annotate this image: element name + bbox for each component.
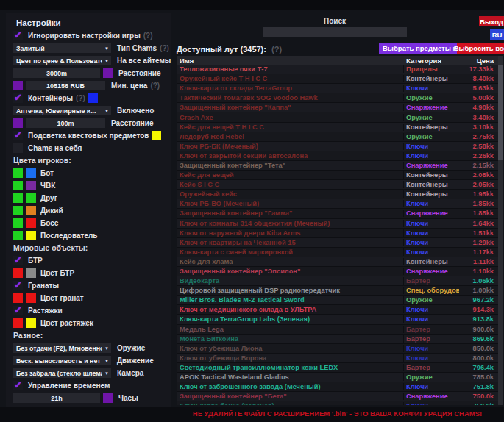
language-button[interactable]: RU [490,29,504,40]
dropdown[interactable]: Без отдачи (F2), Мгновенное п▼ [13,343,111,353]
item-name: Тепловизионные очки Т-7 [177,65,403,73]
table-row[interactable]: ВидеокартаБартер1.06kk [177,276,498,286]
table-row[interactable]: Монета БиткоинаБартер869.6k [177,335,498,344]
checkbox[interactable]: ✔ [13,381,23,390]
table-row[interactable]: Кейс S I C CКонтейнеры2.05kk [177,180,498,190]
color-swatch[interactable] [13,318,23,328]
checkbox[interactable]: ✔ [13,281,23,290]
color-swatch[interactable] [13,193,23,203]
checkbox[interactable]: ✔ [13,306,23,315]
table-row[interactable]: Светодиодный трансиллюминатор кожи LEDXБ… [177,363,498,373]
text-input[interactable]: 100m [26,118,105,128]
item-price: 1.51kk [459,229,498,237]
table-row[interactable]: Ключ от заброшенного завода (Меченый)Клю… [177,382,498,392]
color-swatch[interactable] [13,206,23,215]
table-row[interactable]: Miller Bros. Blades M-2 Tactical SwordОр… [177,296,498,305]
color-swatch[interactable] [26,168,36,178]
column-header-name[interactable]: Имя [177,57,406,65]
color-swatch[interactable] [13,231,23,240]
table-row[interactable]: Ключ от комнаты 314 общежития (Меченый)К… [177,219,498,229]
item-name: Кейс S I C C [177,181,403,188]
table-scrollbar-thumb[interactable] [498,65,503,160]
table-row[interactable]: Ключ-карта TerraGroup Labs (Зеленая)Ключ… [177,315,498,324]
color-swatch[interactable] [103,393,113,403]
checkbox[interactable]: ✔ [13,31,23,40]
dropdown[interactable]: Беск. выносливость и нет уста▼ [13,356,111,365]
color-swatch[interactable] [26,218,36,228]
column-header-price[interactable]: Цена [459,57,498,65]
item-name: Кейс для вещей T H I C C [177,124,403,131]
table-row[interactable]: Оружейный кейс T H I C CКонтейнеры8.40kk [177,74,498,84]
table-row[interactable]: Медаль LegaБартер900.0k [177,325,498,335]
checkbox[interactable] [13,143,23,153]
table-row[interactable]: Ключ-карта с синей маркировкойКлючи1.17k… [177,248,498,257]
color-swatch[interactable] [13,268,23,278]
text-input[interactable]: 3000m [13,68,100,78]
dropdown[interactable]: Цвет по цене & Пользователь▼ [13,56,111,65]
table-row[interactable]: Ледоруб Red RebelОружие2.75kk [177,132,498,142]
item-category: Ключи [403,239,459,246]
table-row[interactable]: Ключ от убежища ЛионаКлючи850.0k [177,344,498,354]
table-row[interactable]: Кейс для вещейКонтейнеры2.08kk [177,171,498,180]
dropdown[interactable]: Залитый▼ [13,43,111,53]
table-row[interactable]: Тепловизионные очки Т-7Прицелы17.33kk [177,65,498,74]
item-name: Светодиодный трансиллюминатор кожи LEDX [177,364,403,371]
table-row[interactable]: Ключ-карта банка (Зеленая)Ключи750.0k [177,401,498,405]
text-input[interactable]: 21h [13,393,100,403]
column-header-category[interactable]: Категория [406,57,459,65]
color-swatch[interactable] [13,218,23,228]
item-category: Ключи [403,248,459,256]
table-row[interactable]: Тактический томагавк SOG Voodoo HawkОруж… [177,93,498,103]
table-row[interactable]: Ключ от наружной двери Kiba ArmsКлючи1.5… [177,229,498,238]
table-row[interactable]: Ключ от закрытой секции автосалонаКлючи2… [177,151,498,161]
color-swatch[interactable] [26,318,36,328]
table-row[interactable]: Защищенный контейнер "Бета"Снаряжение750… [177,392,498,401]
color-swatch[interactable] [26,231,36,240]
exit-button[interactable]: Выход [479,16,504,26]
color-swatch[interactable] [26,181,36,190]
color-swatch[interactable] [13,293,23,303]
table-row[interactable]: Защищенный контейнер "Каппа"Снаряжение4.… [177,103,498,112]
color-swatch[interactable] [103,68,113,78]
color-swatch[interactable] [26,268,36,278]
table-row[interactable]: Защищенный контейнер "Эпсилон"Снаряжение… [177,267,498,276]
table-row[interactable]: Цифровой защищенный DSP радиопередатчикС… [177,286,498,296]
color-swatch[interactable] [26,293,36,303]
item-name: Медаль Lega [177,326,403,333]
table-row[interactable]: Оружейный кейсКонтейнеры1.95kk [177,190,498,199]
color-swatch[interactable] [152,131,161,140]
table-row[interactable]: Ключ от убежища ВоронаКлючи800.0k [177,354,498,363]
chevron-down-icon: ▼ [102,109,111,113]
table-row[interactable]: Кейс для вещей T H I C CКонтейнеры3.10kk [177,123,498,132]
table-row[interactable]: APOK Tactical Wasteland GladiusОружие785… [177,373,498,382]
discard-all-button[interactable]: Выбросить все [457,43,504,54]
color-swatch[interactable] [13,181,23,190]
item-name: Ледоруб Red Rebel [177,133,403,140]
table-row[interactable]: Защищенный контейнер "Гамма"Снаряжение1.… [177,209,498,218]
table-row[interactable]: Ключ от квартиры на Чеканной 15Ключи1.29… [177,238,498,248]
search-input[interactable] [263,27,407,37]
color-swatch[interactable] [13,118,23,128]
checkbox[interactable]: ✔ [13,256,23,265]
color-swatch[interactable] [88,93,98,103]
table-row[interactable]: Кейс для хламаКонтейнеры1.11kk [177,257,498,267]
dropdown[interactable]: Аптечка, Ювелирные и...▼ [13,106,111,115]
text-input[interactable]: 105156 RUB [26,81,105,90]
color-swatch[interactable] [26,193,36,203]
color-swatch[interactable] [26,206,36,215]
table-row[interactable]: Crash AxeОружие3.40kk [177,112,498,122]
dropdown-value: Без отдачи (F2), Мгновенное п [13,345,102,352]
table-row[interactable]: Ключ-карта от склада TerraGroupКлючи5.63… [177,84,498,93]
table-row[interactable]: Ключ от медицинского склада в УЛЬТРАКлюч… [177,305,498,315]
checkbox[interactable]: ✔ [13,93,23,103]
item-category: Бартер [403,335,459,343]
table-row[interactable]: Ключ РБ-ВО (Меченый)Ключи1.85kk [177,199,498,209]
dropdown[interactable]: Без забрала (стекло шлема)▼ [13,368,111,378]
chevron-down-icon: ▼ [102,59,111,63]
item-category: Снаряжение [403,210,459,217]
table-row[interactable]: Ключ РБ-БК (Меченый)Ключи2.58kk [177,142,498,151]
table-row[interactable]: Защищенный контейнер "Тета"Снаряжение2.1… [177,161,498,171]
color-swatch[interactable] [13,168,23,178]
color-swatch[interactable] [13,81,23,90]
checkbox[interactable]: ✔ [13,131,23,140]
